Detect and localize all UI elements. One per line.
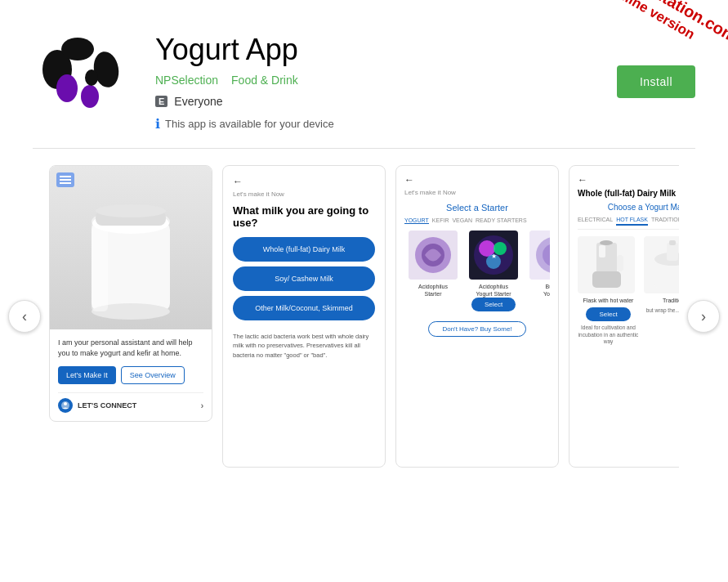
app-categories: NPSelection Food & Drink <box>155 74 695 87</box>
info-icon: ℹ <box>155 116 160 132</box>
starter-item-2: ★ AcidophilusYogurt Starter Select <box>465 231 522 315</box>
maker-items: Flask with hot water Select Ideal for cu… <box>578 236 679 345</box>
starter-item-3: BulkusYogurt... <box>525 231 550 315</box>
svg-point-31 <box>600 240 613 245</box>
maker-desc-2: but wrap the... and pla... <box>644 307 679 314</box>
maker-item-1: Flask with hot water Select Ideal for cu… <box>578 236 639 345</box>
maker-label-2: Traditio... <box>644 297 679 304</box>
device-notice-text: This app is available for your device <box>165 118 334 130</box>
starter-tabs: YOGURT KEFIR VEGAN READY STARTERS <box>404 217 550 224</box>
prev-arrow[interactable]: ‹ <box>8 300 41 333</box>
svg-point-14 <box>64 402 67 405</box>
screenshot-1-content: I am your personal assistant and will he… <box>50 329 212 421</box>
screenshots-section: ‹ <box>0 149 728 484</box>
maker-item-2: Traditio... but wrap the... and pla... <box>644 236 679 345</box>
svg-point-5 <box>85 69 98 86</box>
maker-img-1 <box>578 236 635 293</box>
select-starter-pre: Select a <box>446 203 481 213</box>
starter-items: AcidophilusStarter ★ Acido <box>404 231 550 315</box>
app-icon <box>33 25 131 123</box>
category-npselection[interactable]: NPSelection <box>155 74 218 87</box>
maker-img-2 <box>644 236 679 293</box>
tab-vegan[interactable]: VEGAN <box>452 217 472 224</box>
whole-milk-title: Whole (full-fat) Dairy Milk <box>578 189 679 198</box>
prev-arrow-icon: ‹ <box>22 308 27 325</box>
maker-label-1: Flask with hot water <box>578 297 639 304</box>
tab-hot-flask[interactable]: HOT FLASK <box>616 217 648 226</box>
svg-rect-35 <box>669 240 676 245</box>
tab-kefir[interactable]: KEFIR <box>432 217 449 224</box>
screenshot-4: ← Whole (full-fat) Dairy Milk Choose a Y… <box>569 165 679 468</box>
connect-icon <box>58 398 73 413</box>
tab-yogurt[interactable]: YOGURT <box>404 217 429 224</box>
dont-have-button[interactable]: Don't Have? Buy Some! <box>428 321 526 337</box>
maker-title-pre: Choose a <box>608 203 645 212</box>
btn-row: Let's Make It See Overview <box>58 366 203 384</box>
connect-row: LET'S CONNECT › <box>58 392 203 413</box>
header-section: Yogurt App NPSelection Food & Drink E Ev… <box>0 0 728 148</box>
screenshots-container: I am your personal assistant and will he… <box>49 165 679 468</box>
maker-title: Choose a Yogurt Maker <box>578 203 679 212</box>
starter-label-1: AcidophilusStarter <box>404 283 462 298</box>
milk-option-2[interactable]: Soy/ Cashew Milk <box>233 266 375 291</box>
menu-icon <box>56 172 74 187</box>
next-arrow[interactable]: › <box>687 300 720 333</box>
maker-tabs: ELECTRICAL HOT FLASK TRADITIONAL <box>578 217 679 230</box>
install-button[interactable]: Install <box>617 65 695 98</box>
starter-item-1: AcidophilusStarter <box>404 231 462 315</box>
select-starter-title: Select a Starter <box>404 203 550 213</box>
app-title: Yogurt App <box>155 33 695 67</box>
rating-badge: E <box>155 96 167 107</box>
rating-text: Everyone <box>174 95 222 108</box>
select-maker-btn-1[interactable]: Select <box>586 307 630 321</box>
milk-option-3[interactable]: Other Milk/Coconut, Skimmed <box>233 296 375 320</box>
screen-subtitle-2: Let's make it Now <box>233 190 375 198</box>
device-notice: ℹ This app is available for your device <box>155 116 695 132</box>
svg-point-12 <box>96 204 166 217</box>
maker-desc-1: Ideal for cultivation and incubation in … <box>578 325 639 345</box>
milk-option-1[interactable]: Whole (full-fat) Dairy Milk <box>233 237 375 262</box>
screen-back-3[interactable]: ← <box>404 174 550 186</box>
svg-point-1 <box>61 38 94 60</box>
starter-label-3: BulkusYogurt... <box>525 283 550 298</box>
connect-arrow: › <box>201 401 203 410</box>
screen-subtitle-3: Let's make it Now <box>404 189 550 196</box>
assistant-text: I am your personal assistant and will he… <box>58 338 203 358</box>
screenshot-3: ← Let's make it Now Select a Starter YOG… <box>395 165 559 468</box>
tab-electrical[interactable]: ELECTRICAL <box>578 217 613 226</box>
starter-img-1 <box>409 231 458 280</box>
maker-title-highlight: Yogurt Maker <box>645 203 679 212</box>
screen-note: The lactic acid bacteria work best with … <box>233 332 375 360</box>
screenshot-2: ← Let's make it Now What milk you are go… <box>222 165 386 468</box>
screen-question: What milk you are going to use? <box>233 204 375 229</box>
rating-row: E Everyone <box>155 95 695 108</box>
starter-label-2: AcidophilusYogurt Starter <box>465 283 522 298</box>
category-food-drink[interactable]: Food & Drink <box>231 74 298 87</box>
yogurt-image <box>50 166 212 329</box>
svg-rect-29 <box>599 245 605 257</box>
svg-text:★: ★ <box>491 253 497 260</box>
screenshot-1: I am your personal assistant and will he… <box>49 165 212 422</box>
svg-point-3 <box>56 74 78 102</box>
starter-img-3 <box>529 231 550 280</box>
svg-point-4 <box>81 85 99 108</box>
next-arrow-icon: › <box>701 308 706 325</box>
screen-back-2[interactable]: ← <box>233 176 375 187</box>
select-starter-btn[interactable]: Select <box>471 298 516 311</box>
see-overview-button[interactable]: See Overview <box>121 366 185 384</box>
svg-rect-34 <box>667 243 678 261</box>
svg-rect-28 <box>592 271 621 288</box>
tab-ready[interactable]: READY STARTERS <box>476 217 527 224</box>
svg-rect-10 <box>92 222 108 311</box>
starter-img-2: ★ <box>469 231 518 280</box>
lets-make-it-button[interactable]: Let's Make It <box>58 366 116 384</box>
svg-rect-30 <box>617 255 623 271</box>
tab-traditional[interactable]: TRADITIONAL <box>651 217 679 226</box>
connect-label: LET'S CONNECT <box>78 401 136 410</box>
app-info: Yogurt App NPSelection Food & Drink E Ev… <box>155 25 695 132</box>
screen-back-4[interactable]: ← <box>578 174 679 186</box>
select-starter-highlight: Starter <box>481 203 508 213</box>
